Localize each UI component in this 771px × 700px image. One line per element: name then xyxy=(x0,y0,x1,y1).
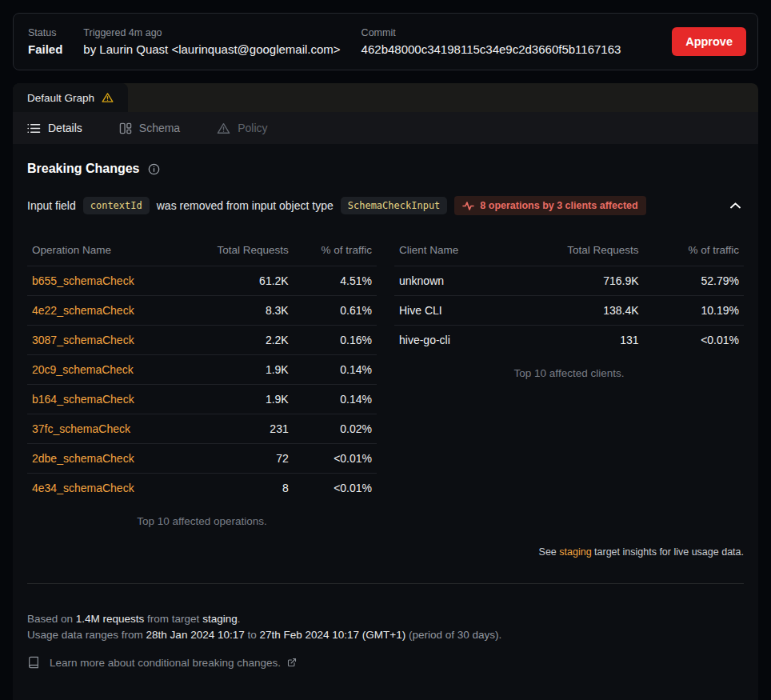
operation-link[interactable]: 37fc_schemaCheck xyxy=(32,422,130,435)
clients-table: Client NameTotal Requests% of traffic un… xyxy=(394,238,744,379)
usage-tables: Operation NameTotal Requests% of traffic… xyxy=(27,238,744,527)
value-cell: 231 xyxy=(182,414,294,444)
column-header: % of traffic xyxy=(644,238,744,266)
value-cell: 0.02% xyxy=(294,414,377,444)
value-cell: <0.01% xyxy=(294,444,377,474)
value-cell: 0.61% xyxy=(294,296,377,326)
status-value: Failed xyxy=(28,42,62,56)
operations-caption: Top 10 affected operations. xyxy=(27,515,377,527)
table-row: 4e22_schemaCheck8.3K0.61% xyxy=(27,296,377,326)
status-label: Status xyxy=(28,27,62,38)
operation-link[interactable]: 2dbe_schemaCheck xyxy=(32,452,134,465)
usage-summary-line1: Based on 1.4M requests from target stagi… xyxy=(27,611,744,627)
operation-link[interactable]: 4e34_schemaCheck xyxy=(32,482,134,494)
value-cell: 716.9K xyxy=(509,266,643,296)
operation-link[interactable]: 20c9_schemaCheck xyxy=(32,363,134,376)
name-cell[interactable]: 37fc_schemaCheck xyxy=(27,414,182,444)
operation-link[interactable]: 4e22_schemaCheck xyxy=(32,304,134,317)
triggered-value: by Laurin Quast <laurinquast@googlemail.… xyxy=(83,42,340,56)
column-header: % of traffic xyxy=(294,238,377,266)
table-row: Hive CLI138.4K10.19% xyxy=(394,296,744,326)
tab-schema[interactable]: Schema xyxy=(119,122,180,134)
learn-more-label: Learn more about conditional breaking ch… xyxy=(50,657,281,669)
name-cell[interactable]: 2dbe_schemaCheck xyxy=(27,444,182,474)
text-part: See xyxy=(539,546,560,558)
staging-link[interactable]: staging xyxy=(559,546,591,558)
operations-table: Operation NameTotal Requests% of traffic… xyxy=(27,238,377,527)
clients-caption: Top 10 affected clients. xyxy=(394,367,744,379)
text-part: (period of 30 days). xyxy=(405,629,501,641)
triggered-column: Triggered 4m ago by Laurin Quast <laurin… xyxy=(83,27,340,56)
type-code-chip: SchemaCheckInput xyxy=(341,197,448,214)
name-cell[interactable]: b164_schemaCheck xyxy=(27,385,182,414)
details-content: Breaking Changes Input field contextId w… xyxy=(13,162,758,669)
learn-more-link[interactable]: Learn more about conditional breaking ch… xyxy=(27,656,744,669)
operation-link[interactable]: b655_schemaCheck xyxy=(32,274,134,287)
commit-value: 462b48000c34198115c34e9c2d3660f5b1167163 xyxy=(362,42,621,56)
operation-link[interactable]: b164_schemaCheck xyxy=(32,393,134,406)
change-text-prefix: Input field xyxy=(27,199,76,212)
text-part: from target xyxy=(144,613,202,625)
column-header: Total Requests xyxy=(509,238,643,266)
affected-badge-label: 8 operations by 3 clients affected xyxy=(480,200,637,211)
name-cell[interactable]: 20c9_schemaCheck xyxy=(27,355,182,385)
tab-details[interactable]: Details xyxy=(27,122,82,134)
value-cell: 4.51% xyxy=(294,266,377,296)
value-cell: 2.2K xyxy=(182,326,294,355)
external-link-icon xyxy=(287,658,297,667)
value-cell: 1.9K xyxy=(182,385,294,414)
commit-label: Commit xyxy=(362,27,621,38)
book-icon xyxy=(27,656,40,669)
value-cell: 61.2K xyxy=(182,266,294,296)
graph-tab-label: Default Graph xyxy=(27,92,94,104)
tab-default-graph[interactable]: Default Graph xyxy=(13,83,128,112)
column-header: Client Name xyxy=(394,238,509,266)
value-cell: 0.14% xyxy=(294,355,377,385)
table-row: 37fc_schemaCheck2310.02% xyxy=(27,414,377,444)
table-row: b164_schemaCheck1.9K0.14% xyxy=(27,385,377,414)
value-cell: 0.16% xyxy=(294,326,377,355)
table-row: unknown716.9K52.79% xyxy=(394,266,744,296)
approve-button[interactable]: Approve xyxy=(672,27,746,56)
value-cell: 0.14% xyxy=(294,385,377,414)
text-part: target insights for live usage data. xyxy=(592,546,744,558)
name-cell[interactable]: 3087_schemaCheck xyxy=(27,326,182,355)
triggered-label: Triggered 4m ago xyxy=(83,27,340,38)
warning-triangle-icon xyxy=(217,122,230,134)
value-cell: 72 xyxy=(182,444,294,474)
text-part: staging xyxy=(202,613,238,625)
name-cell: unknown xyxy=(394,266,509,296)
value-cell: <0.01% xyxy=(294,474,377,503)
name-cell[interactable]: 4e22_schemaCheck xyxy=(27,296,182,326)
table-row: 4e34_schemaCheck8<0.01% xyxy=(27,474,377,503)
table-row: 20c9_schemaCheck1.9K0.14% xyxy=(27,355,377,385)
table-row: 3087_schemaCheck2.2K0.16% xyxy=(27,326,377,355)
text-part: Based on xyxy=(27,613,76,625)
chevron-up-icon[interactable] xyxy=(727,199,744,212)
schema-icon xyxy=(119,122,132,134)
text-part: 27th Feb 2024 10:17 (GMT+1) xyxy=(259,629,405,641)
table-row: hive-go-cli131<0.01% xyxy=(394,326,744,355)
text-part: to xyxy=(245,629,260,641)
affected-badge: 8 operations by 3 clients affected xyxy=(454,196,645,215)
tab-policy[interactable]: Policy xyxy=(217,122,267,134)
field-code-chip: contextId xyxy=(83,197,150,214)
breaking-changes-heading: Breaking Changes xyxy=(27,162,744,176)
value-cell: 1.9K xyxy=(182,355,294,385)
name-cell[interactable]: 4e34_schemaCheck xyxy=(27,474,182,503)
operation-link[interactable]: 3087_schemaCheck xyxy=(32,334,134,346)
table-header-row: Operation NameTotal Requests% of traffic xyxy=(27,238,377,266)
list-icon xyxy=(27,122,41,134)
status-column: Status Failed xyxy=(28,27,62,56)
breaking-change-row[interactable]: Input field contextId was removed from i… xyxy=(27,196,744,215)
name-cell[interactable]: b655_schemaCheck xyxy=(27,266,182,296)
tab-schema-label: Schema xyxy=(139,122,180,134)
section-divider xyxy=(27,583,744,584)
insights-note: See staging target insights for live usa… xyxy=(27,546,744,558)
value-cell: 131 xyxy=(509,326,643,355)
table-header-row: Client NameTotal Requests% of traffic xyxy=(394,238,744,266)
value-cell: 10.19% xyxy=(644,296,744,326)
check-status-card: Status Failed Triggered 4m ago by Laurin… xyxy=(13,13,758,70)
value-cell: <0.01% xyxy=(644,326,744,355)
info-icon[interactable] xyxy=(148,163,160,175)
